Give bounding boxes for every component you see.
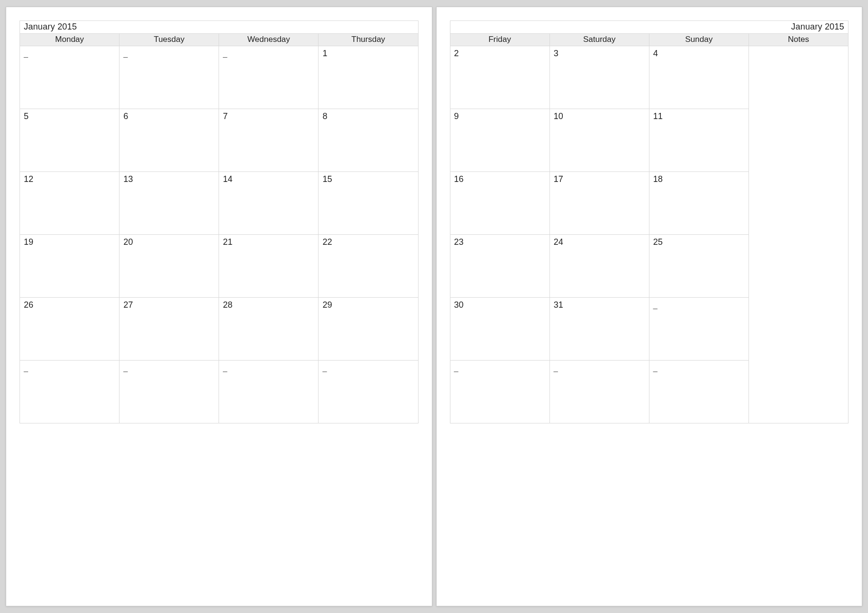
day-cell[interactable]: 30: [450, 298, 549, 361]
day-cell[interactable]: 9: [450, 109, 549, 172]
day-cell[interactable]: 28: [219, 298, 319, 361]
day-cell[interactable]: _: [120, 46, 219, 109]
month-title-right: January 2015: [450, 21, 848, 34]
day-cell[interactable]: 27: [120, 298, 219, 361]
day-cell[interactable]: 11: [649, 109, 748, 172]
day-cell[interactable]: 3: [549, 46, 649, 109]
col-header-wednesday: Wednesday: [219, 34, 319, 46]
page-spread: January 2015 Monday Tuesday Wednesday Th…: [6, 7, 862, 606]
day-cell[interactable]: _: [649, 298, 748, 361]
day-cell[interactable]: _: [549, 361, 649, 423]
day-cell[interactable]: 24: [549, 235, 649, 298]
page-left: January 2015 Monday Tuesday Wednesday Th…: [6, 7, 432, 606]
calendar-table-left: January 2015 Monday Tuesday Wednesday Th…: [20, 20, 419, 423]
day-cell[interactable]: 4: [649, 46, 748, 109]
day-cell[interactable]: 6: [120, 109, 219, 172]
col-header-saturday: Saturday: [549, 34, 649, 46]
day-cell[interactable]: 13: [120, 172, 219, 235]
col-header-friday: Friday: [450, 34, 549, 46]
col-header-sunday: Sunday: [649, 34, 748, 46]
day-cell[interactable]: _: [649, 361, 748, 423]
day-cell[interactable]: 8: [319, 109, 418, 172]
day-cell[interactable]: 2: [450, 46, 549, 109]
day-cell[interactable]: 12: [20, 172, 120, 235]
day-cell[interactable]: 5: [20, 109, 120, 172]
day-cell[interactable]: _: [450, 361, 549, 423]
day-cell[interactable]: 31: [549, 298, 649, 361]
day-cell[interactable]: 29: [319, 298, 418, 361]
col-header-thursday: Thursday: [319, 34, 418, 46]
day-cell[interactable]: 20: [120, 235, 219, 298]
day-cell[interactable]: 18: [649, 172, 748, 235]
day-cell[interactable]: 19: [20, 235, 120, 298]
day-cell[interactable]: _: [20, 361, 120, 423]
day-cell[interactable]: _: [219, 361, 319, 423]
calendar-table-right: January 2015 Friday Saturday Sunday Note…: [450, 20, 849, 423]
day-cell[interactable]: 7: [219, 109, 319, 172]
day-cell[interactable]: 25: [649, 235, 748, 298]
document-canvas: January 2015 Monday Tuesday Wednesday Th…: [0, 0, 868, 613]
day-cell[interactable]: _: [219, 46, 319, 109]
day-cell[interactable]: 23: [450, 235, 549, 298]
day-cell[interactable]: 22: [319, 235, 418, 298]
day-cell[interactable]: _: [20, 46, 120, 109]
day-cell[interactable]: 1: [319, 46, 418, 109]
day-cell[interactable]: 26: [20, 298, 120, 361]
col-header-tuesday: Tuesday: [120, 34, 219, 46]
month-title-left: January 2015: [20, 21, 419, 34]
page-right: January 2015 Friday Saturday Sunday Note…: [436, 7, 863, 606]
day-cell[interactable]: _: [120, 361, 219, 423]
day-cell[interactable]: 10: [549, 109, 649, 172]
col-header-monday: Monday: [20, 34, 120, 46]
day-cell[interactable]: 16: [450, 172, 549, 235]
day-cell[interactable]: 17: [549, 172, 649, 235]
day-cell[interactable]: 14: [219, 172, 319, 235]
col-header-notes: Notes: [748, 34, 848, 46]
notes-cell[interactable]: [748, 46, 848, 423]
day-cell[interactable]: 21: [219, 235, 319, 298]
day-cell[interactable]: _: [319, 361, 418, 423]
day-cell[interactable]: 15: [319, 172, 418, 235]
